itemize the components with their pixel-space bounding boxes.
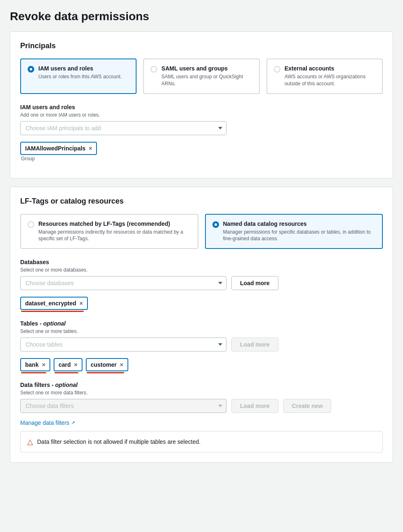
table-tag-customer: customer × — [86, 355, 132, 373]
table-tag-bank-box: bank × — [20, 358, 50, 371]
table-tag-customer-box: customer × — [86, 358, 128, 371]
table-tag-bank: bank × — [20, 355, 54, 373]
database-tag-box: dataset_encrypted × — [20, 297, 88, 310]
databases-tags-row: dataset_encrypted × — [20, 293, 383, 312]
principals-radio-group: IAM users and roles Users or roles from … — [20, 59, 383, 94]
table-tag-bank-text: bank — [25, 361, 39, 368]
iam-tag-close-button[interactable]: × — [89, 145, 92, 151]
radio-lf-tags-content: Resources matched by LF-Tags (recommende… — [38, 220, 191, 243]
radio-named-label: Named data catalog resources — [223, 220, 376, 227]
data-filters-sublabel: Select one or more data filters. — [20, 390, 383, 396]
data-filters-select-row: Choose data filters Load more Create new — [20, 399, 383, 413]
radio-external-desc: AWS accounts or AWS organizations outsid… — [285, 73, 375, 87]
tables-load-more-button: Load more — [231, 337, 278, 352]
database-tag-text: dataset_encrypted — [25, 300, 76, 307]
warning-text: Data filter selection is not allowed if … — [37, 438, 200, 445]
tables-tags-row: bank × card × customer × — [20, 355, 383, 373]
iam-tag: IAMAllowedPrincipals × Group — [20, 138, 100, 165]
radio-iam[interactable]: IAM users and roles Users or roles from … — [20, 59, 137, 94]
data-filters-create-new-button: Create new — [283, 399, 332, 413]
databases-sublabel: Select one or more databases. — [20, 267, 383, 273]
radio-iam-desc: Users or roles from this AWS account. — [38, 73, 122, 80]
radio-saml-label: SAML users and groups — [161, 65, 252, 72]
iam-tag-box: IAMAllowedPrincipals × — [20, 142, 97, 155]
lf-tags-card: LF-Tags or catalog resources Resources m… — [10, 187, 393, 463]
iam-select-row: Choose IAM principals to add — [20, 121, 383, 135]
iam-tags-row: IAMAllowedPrincipals × Group — [20, 138, 383, 165]
radio-lf-tags-label: Resources matched by LF-Tags (recommende… — [38, 220, 191, 227]
table-tag-customer-text: customer — [91, 361, 117, 368]
page-title: Revoke data permissions — [10, 10, 393, 23]
tables-label: Tables - optional — [20, 320, 383, 327]
table-tag-card-close-button[interactable]: × — [74, 362, 77, 368]
iam-field: IAM users and roles Add one or more IAM … — [20, 104, 383, 165]
databases-section: Databases Select one or more databases. … — [20, 259, 383, 312]
radio-iam-content: IAM users and roles Users or roles from … — [38, 65, 122, 80]
radio-saml-content: SAML users and groups SAML users and gro… — [161, 65, 252, 87]
data-filters-select-input[interactable]: Choose data filters — [20, 399, 226, 413]
iam-field-sublabel: Add one or more IAM users or roles. — [20, 112, 383, 118]
radio-named-circle — [212, 221, 219, 228]
iam-tag-sublabel: Group — [21, 156, 100, 162]
radio-external[interactable]: External accounts AWS accounts or AWS or… — [266, 59, 383, 94]
radio-saml-desc: SAML users and group or QuickSight ARNs. — [161, 73, 252, 87]
radio-saml-circle — [151, 66, 157, 73]
manage-data-filters-link-text: Manage data filters — [20, 420, 69, 426]
radio-external-circle — [274, 66, 280, 73]
radio-lf-tags-circle — [28, 221, 34, 228]
table-tag-bank-close-button[interactable]: × — [42, 362, 45, 368]
radio-named-desc: Manager permissions for specific databas… — [223, 229, 376, 243]
principals-card-title: Principals — [20, 42, 383, 50]
radio-lf-tags-desc: Manage permissions indirectly for resour… — [38, 229, 191, 243]
principals-card: Principals IAM users and roles Users or … — [10, 31, 393, 178]
database-tag-close-button[interactable]: × — [80, 300, 83, 306]
data-filters-load-more-button: Load more — [231, 399, 278, 413]
warning-icon: △ — [27, 437, 33, 446]
radio-named[interactable]: Named data catalog resources Manager per… — [205, 214, 383, 249]
iam-field-label: IAM users and roles — [20, 104, 383, 110]
lf-radio-group: Resources matched by LF-Tags (recommende… — [20, 214, 383, 249]
databases-select-input[interactable]: Choose databases — [20, 276, 226, 290]
iam-tag-text: IAMAllowedPrincipals — [25, 145, 85, 152]
iam-select-wrapper: Choose IAM principals to add — [20, 121, 226, 135]
radio-external-label: External accounts — [285, 65, 375, 72]
table-tag-card-text: card — [59, 361, 71, 368]
databases-load-more-button[interactable]: Load more — [231, 276, 278, 290]
tables-select-row: Choose tables Load more — [20, 337, 383, 352]
tables-section: Tables - optional Select one or more tab… — [20, 320, 383, 373]
databases-select-row: Choose databases Load more — [20, 276, 383, 290]
databases-select-wrapper: Choose databases — [20, 276, 226, 290]
radio-iam-label: IAM users and roles — [38, 65, 122, 72]
table-customer-underline — [87, 372, 124, 373]
data-filters-select-wrapper: Choose data filters — [20, 399, 226, 413]
iam-select-input[interactable]: Choose IAM principals to add — [20, 121, 226, 135]
table-tag-customer-close-button[interactable]: × — [120, 362, 123, 368]
radio-external-content: External accounts AWS accounts or AWS or… — [285, 65, 375, 87]
lf-tags-card-title: LF-Tags or catalog resources — [20, 197, 383, 206]
tables-select-wrapper: Choose tables — [20, 337, 226, 352]
data-filters-label: Data filters - optional — [20, 382, 383, 388]
databases-label: Databases — [20, 259, 383, 265]
radio-lf-tags[interactable]: Resources matched by LF-Tags (recommende… — [20, 214, 198, 249]
data-filters-section: Data filters - optional Select one or mo… — [20, 382, 383, 413]
table-tag-card: card × — [54, 355, 86, 373]
tables-sublabel: Select one or more tables. — [20, 328, 383, 334]
radio-saml[interactable]: SAML users and groups SAML users and gro… — [143, 59, 259, 94]
tables-select-input[interactable]: Choose tables — [20, 337, 226, 352]
table-tag-card-box: card × — [54, 358, 82, 371]
table-bank-underline — [21, 372, 46, 373]
manage-data-filters-link[interactable]: Manage data filters ↗ — [20, 420, 75, 426]
external-link-icon: ↗ — [71, 420, 75, 426]
warning-box: △ Data filter selection is not allowed i… — [20, 431, 383, 452]
database-tag-dataset-encrypted: dataset_encrypted × — [20, 293, 91, 312]
radio-named-content: Named data catalog resources Manager per… — [223, 220, 376, 243]
radio-iam-circle — [28, 66, 34, 73]
table-card-underline — [54, 372, 78, 373]
database-tag-underline — [21, 311, 84, 312]
